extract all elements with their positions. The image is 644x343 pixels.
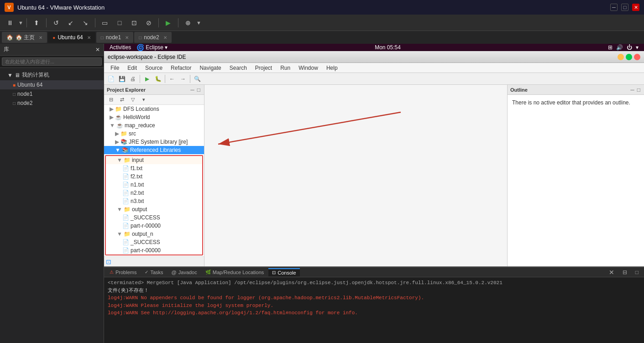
tab-problems[interactable]: ⚠ Problems (106, 269, 140, 276)
console-toolbar-btn3[interactable]: □ (632, 268, 642, 276)
toolbar-back-btn[interactable]: ← (167, 74, 177, 84)
link-editor-btn[interactable]: ⇄ (117, 95, 127, 105)
tree-item-jre[interactable]: ▶ 📚 JRE System Library [jre] (104, 138, 204, 146)
volume-icon[interactable]: 🔊 (616, 44, 623, 51)
menu-source[interactable]: Source (141, 64, 166, 72)
tab-mapreduce[interactable]: 🌿 Map/Reduce Locations (202, 269, 268, 276)
outline-controls[interactable]: ─ □ (629, 87, 641, 93)
sidebar-close-button[interactable]: ✕ (95, 47, 100, 53)
tree-item-mapreduce[interactable]: ▼ ☕ map_reduce (104, 121, 204, 130)
snapshot-button[interactable]: ↺ (50, 16, 63, 29)
outline-maximize-btn[interactable]: □ (636, 87, 641, 93)
menu-help[interactable]: Help (323, 64, 341, 72)
revert-button[interactable]: ↙ (64, 16, 77, 29)
activities-button[interactable]: Activities (110, 44, 131, 51)
panel-minimize-btn[interactable]: ─ (189, 87, 195, 93)
console-toolbar-btn1[interactable]: ✕ (605, 268, 618, 277)
system-menu-icon[interactable]: ▾ (636, 44, 639, 51)
tree-item-f1txt[interactable]: 📄 f1.txt (106, 164, 202, 172)
toolbar-save-btn[interactable]: 💾 (117, 74, 127, 84)
jre-expand-icon: ▶ (115, 139, 119, 145)
menu-window[interactable]: Window (295, 64, 322, 72)
send-ctrl-alt-del-button[interactable]: ⬆ (30, 16, 43, 29)
tab-node2[interactable]: □ node2 ✕ (134, 32, 171, 43)
sidebar-item-node2[interactable]: □ node2 (0, 99, 104, 108)
view-button-1[interactable]: ▭ (99, 16, 111, 29)
tree-item-part2[interactable]: 📄 part-r-00000 (106, 246, 202, 255)
eclipse-minimize-button[interactable] (618, 54, 624, 60)
tree-item-output[interactable]: ▼ 📁 output (106, 205, 202, 213)
menu-navigate[interactable]: Navigate (196, 64, 225, 72)
tree-item-dfs-label: DFS Locations (123, 106, 159, 112)
tab-node1[interactable]: □ node1 ✕ (96, 32, 133, 43)
maximize-button[interactable]: □ (621, 4, 628, 11)
panel-maximize-btn[interactable]: □ (196, 87, 201, 93)
toolbar-run-btn[interactable]: ▶ (142, 74, 152, 84)
toolbar-new-btn[interactable]: 📄 (106, 74, 116, 84)
toolbar-separator-5 (178, 18, 178, 27)
sidebar-item-node1[interactable]: □ node1 (0, 89, 104, 99)
tab-ubuntu64-close[interactable]: ✕ (87, 35, 91, 40)
pause-button[interactable]: ⏸ (4, 16, 16, 29)
menu-edit[interactable]: Edit (124, 64, 141, 72)
tab-node1-close[interactable]: ✕ (125, 35, 129, 40)
tab-console[interactable]: ⊡ Console (268, 268, 299, 276)
menu-search[interactable]: Search (226, 64, 251, 72)
toolbar-search-btn[interactable]: 🔍 (192, 74, 202, 84)
menu-file[interactable]: File (107, 64, 123, 72)
tab-home-close[interactable]: ✕ (39, 35, 42, 40)
tree-item-input[interactable]: ▼ 📁 input (106, 156, 202, 164)
tree-item-dfs[interactable]: ▶ 📁 DFS Locations (104, 105, 204, 113)
tree-item-success2[interactable]: 📄 _SUCCESS (106, 238, 202, 246)
toolbar-print-btn[interactable]: 🖨 (128, 74, 138, 84)
tree-item-n1txt[interactable]: 📄 n1.txt (106, 181, 202, 189)
sidebar-search-input[interactable] (2, 57, 102, 66)
settings-dropdown[interactable]: ▼ (196, 20, 201, 26)
tree-item-f2txt[interactable]: 📄 f2.txt (106, 172, 202, 181)
window-controls[interactable]: ─ □ ✕ (610, 4, 639, 11)
tree-item-n2txt[interactable]: 📄 n2.txt (106, 189, 202, 197)
minimize-button[interactable]: ─ (610, 4, 618, 11)
run-button[interactable]: ▶ (162, 16, 175, 29)
toolbar-fwd-btn[interactable]: → (178, 74, 188, 84)
tree-item-input-label: input (132, 157, 144, 163)
collapse-all-btn[interactable]: ⊟ (106, 95, 116, 105)
sidebar-item-my-computer[interactable]: ▼ 🖥 我的计算机 (0, 70, 104, 80)
view-menu-btn[interactable]: ▾ (139, 95, 149, 105)
tree-item-outputn[interactable]: ▼ 📁 output_n (106, 230, 202, 238)
outline-minimize-btn[interactable]: ─ (629, 87, 635, 93)
menu-project[interactable]: Project (251, 64, 276, 72)
eclipse-menu-button[interactable]: 🌀 Eclipse ▾ (136, 44, 168, 51)
menu-run[interactable]: Run (277, 64, 294, 72)
tree-item-success1[interactable]: 📄 _SUCCESS (106, 213, 202, 222)
console-toolbar-btn2[interactable]: ⊟ (619, 268, 631, 276)
tab-ubuntu64[interactable]: ● Ubuntu 64 ✕ (48, 32, 95, 43)
close-button[interactable]: ✕ (632, 4, 639, 11)
eclipse-window-controls[interactable] (618, 54, 640, 60)
tree-item-reflibs[interactable]: ▼ 📚 Referenced Libraries (104, 146, 204, 154)
eclipse-close-button[interactable] (634, 54, 640, 60)
eclipse-icon: 🌀 (136, 44, 144, 51)
view-button-2[interactable]: □ (113, 16, 126, 29)
tree-item-src[interactable]: ▶ 📁 src (104, 130, 204, 138)
tree-item-n3txt[interactable]: 📄 n3.txt (106, 197, 202, 205)
tree-item-part1[interactable]: 📄 part-r-00000 (106, 222, 202, 230)
tree-item-helloworld[interactable]: ▶ ☕ HelloWorld (104, 113, 204, 121)
tab-javadoc[interactable]: @ Javadoc (168, 269, 201, 276)
network-icon[interactable]: ⊞ (608, 44, 613, 51)
tab-tasks[interactable]: ✓ Tasks (141, 269, 167, 276)
manage-snapshot-button[interactable]: ↘ (79, 16, 92, 29)
eclipse-maximize-button[interactable] (626, 54, 632, 60)
input-folder-icon: 📁 (124, 157, 131, 163)
view-button-4[interactable]: ⊘ (142, 16, 155, 29)
toolbar-debug-btn[interactable]: 🐛 (153, 74, 163, 84)
panel-controls[interactable]: ─ □ (189, 87, 201, 93)
menu-refactor[interactable]: Refactor (167, 64, 195, 72)
view-button-3[interactable]: ⊡ (128, 16, 141, 29)
power-icon[interactable]: ⏻ (627, 44, 632, 51)
settings-button[interactable]: ⊕ (182, 16, 194, 29)
filter-btn[interactable]: ▽ (128, 95, 138, 105)
tab-home[interactable]: 🏠 🏠 主页 ✕ (2, 32, 47, 43)
sidebar-item-ubuntu64[interactable]: ■ Ubuntu 64 (0, 80, 104, 89)
tab-node2-close[interactable]: ✕ (163, 35, 167, 40)
